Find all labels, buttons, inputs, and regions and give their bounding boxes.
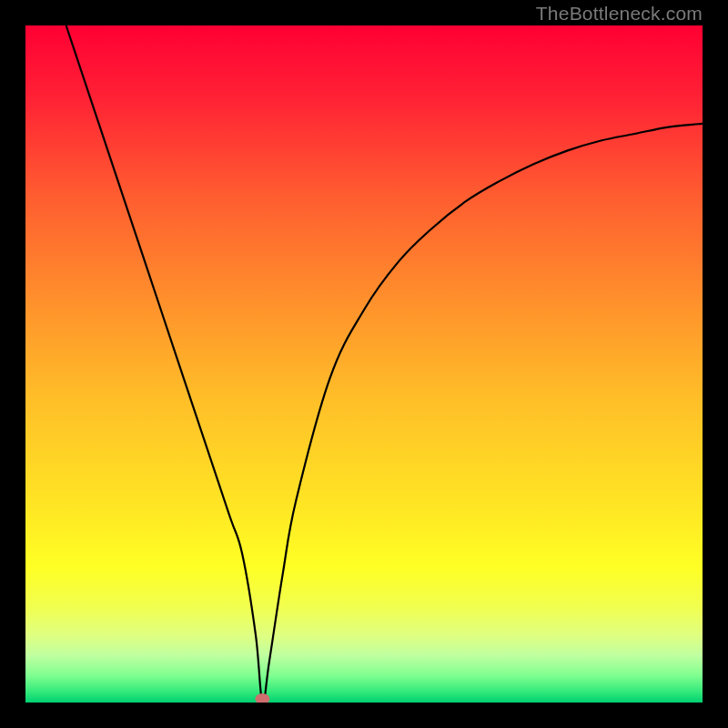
attribution-text: TheBottleneck.com xyxy=(536,3,703,25)
chart-frame: TheBottleneck.com xyxy=(0,0,728,728)
bottleneck-curve xyxy=(66,25,703,703)
plot-area xyxy=(25,25,703,703)
curve-layer xyxy=(25,25,703,703)
optimal-marker xyxy=(255,693,269,703)
